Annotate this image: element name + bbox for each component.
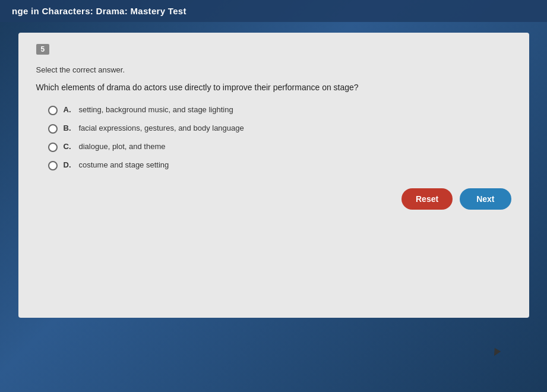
reset-button[interactable]: Reset	[401, 188, 453, 210]
question-text: Which elements of drama do actors use di…	[36, 83, 511, 92]
option-label-d: D.	[64, 160, 74, 169]
radio-b[interactable]	[48, 124, 58, 134]
option-item-d[interactable]: D. costume and stage setting	[48, 160, 511, 170]
radio-a[interactable]	[48, 106, 58, 115]
radio-d[interactable]	[48, 161, 58, 170]
main-container: 5 Select the correct answer. Which eleme…	[18, 33, 529, 318]
option-text-a: setting, background music, and stage lig…	[79, 105, 233, 114]
next-button[interactable]: Next	[460, 188, 511, 210]
cursor-indicator	[491, 348, 501, 358]
option-text-c: dialogue, plot, and theme	[79, 142, 166, 151]
option-label-c: C.	[64, 142, 74, 151]
option-text-d: costume and stage setting	[79, 160, 169, 169]
option-label-a: A.	[64, 105, 74, 114]
option-item-c[interactable]: C. dialogue, plot, and theme	[48, 142, 511, 152]
option-text-b: facial expressions, gestures, and body l…	[79, 124, 244, 132]
option-label-b: B.	[64, 124, 74, 132]
options-list: A. setting, background music, and stage …	[48, 105, 511, 170]
question-number-badge: 5	[36, 44, 50, 55]
option-item-b[interactable]: B. facial expressions, gestures, and bod…	[48, 124, 511, 134]
instruction-text: Select the correct answer.	[36, 65, 511, 74]
buttons-row: Reset Next	[36, 188, 511, 210]
radio-c[interactable]	[48, 143, 58, 152]
title-bar: nge in Characters: Drama: Mastery Test	[0, 0, 547, 22]
option-item-a[interactable]: A. setting, background music, and stage …	[48, 105, 511, 115]
title-text: nge in Characters: Drama: Mastery Test	[12, 6, 186, 16]
